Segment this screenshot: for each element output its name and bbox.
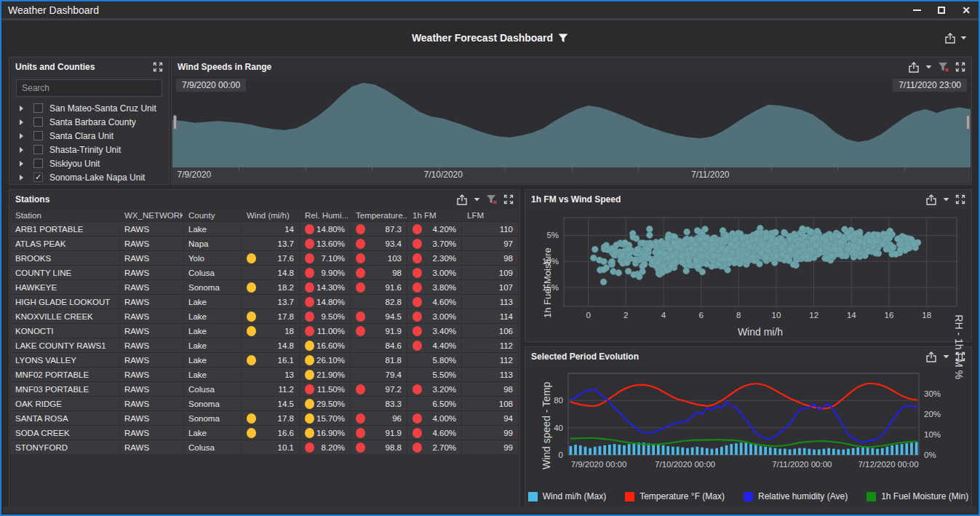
station-row-soda-creek[interactable]: SODA CREEKRAWSLake16.616.90%91.94.60%99 [10,426,519,440]
column-header[interactable]: WX_NETWORK [119,209,183,221]
legend-item[interactable]: 1h Fuel Moisture (Min) [867,491,968,501]
column-header[interactable]: LFM [462,209,519,221]
checkbox-unchecked[interactable] [33,145,43,154]
table-cell: 16.6 [242,426,300,440]
status-dot-yellow [247,311,256,322]
table-cell: 87.3 [351,222,407,236]
tree-expander-icon[interactable] [20,119,27,126]
station-row-atlas-peak[interactable]: ATLAS PEAKRAWSNapa13.713.60%93.43.70%97 [10,237,519,251]
svg-text:10%: 10% [924,430,941,439]
table-cell: 97.2 [351,382,407,396]
station-row-brooks[interactable]: BROOKSRAWSYolo17.67.10%1032.30%98 [10,251,519,266]
column-header[interactable]: 1h FM [407,209,462,221]
clear-filter-icon[interactable] [938,62,949,72]
checkbox-unchecked[interactable] [33,131,43,140]
station-row-arb1-portable[interactable]: ARB1 PORTABLERAWSLake1414.80%87.34.20%11… [10,222,519,237]
station-row-stonyford[interactable]: STONYFORDRAWSColusa10.18.20%98.82.70%99 [10,440,519,455]
table-cell: 81.8 [351,353,407,367]
table-cell: 18 [242,324,300,338]
wind-panel-title: Wind Speeds in Range [178,62,271,72]
station-row-knoxville-creek[interactable]: KNOXVILLE CREEKRAWSLake17.89.50%94.53.00… [10,309,519,324]
search-input[interactable] [16,79,162,97]
tree-item-santa-barbara-county[interactable]: Santa Barbara County [9,115,169,129]
tree-expander-icon[interactable] [20,146,27,154]
legend-swatch [867,492,876,501]
caret-down-icon[interactable] [960,36,967,40]
export-icon[interactable] [456,194,468,205]
checkbox-unchecked[interactable] [33,159,43,168]
column-header[interactable]: Wind (mi/h) [242,209,300,221]
wind-area-chart[interactable]: 7/9/2020 00:00 7/11/2020 23:00 [172,76,971,167]
caret-down-icon[interactable] [943,197,949,202]
checkbox-checked[interactable]: ✓ [33,172,43,182]
caret-down-icon[interactable] [943,354,949,359]
expand-icon[interactable] [955,194,965,205]
clear-filter-icon[interactable] [486,194,498,205]
table-cell: KONOCTI [10,324,119,338]
range-handle-left[interactable] [173,115,177,130]
legend-item[interactable]: Wind mi/h (Max) [528,491,606,501]
column-header[interactable]: Rel. Humi... [300,209,351,221]
checkbox-unchecked[interactable] [33,117,43,127]
column-header[interactable]: Temperature... [351,209,407,221]
table-cell: 98 [462,382,519,396]
caret-down-icon[interactable] [474,197,480,202]
status-dot-red [305,326,314,336]
scatter-plot[interactable]: 1h Fuel Moisture 0246810121416185%10%15%… [526,209,971,341]
tree-expander-icon[interactable] [20,174,27,181]
station-row-county-line[interactable]: COUNTY LINERAWSColusa14.89.90%983.00%109 [10,266,519,280]
range-end-label: 7/11/2020 23:00 [893,79,967,92]
export-icon[interactable] [908,62,920,73]
scatter-panel-header: 1h FM vs Wind Speed [525,190,971,209]
station-row-konocti[interactable]: KONOCTIRAWSLake1811.00%91.93.40%106 [10,324,519,338]
station-row-lyons-valley[interactable]: LYONS VALLEYRAWSLake16.126.10%81.85.80%1… [10,353,519,368]
table-cell: 9.50% [300,309,351,323]
tree-item-san-mateo-santa-cruz-unit[interactable]: San Mateo-Santa Cruz Unit [9,101,169,115]
table-cell: 13.60% [300,237,351,250]
minimize-button[interactable] [904,1,929,18]
expand-icon[interactable] [153,62,163,72]
expand-icon[interactable] [503,194,514,205]
checkbox-unchecked[interactable] [33,103,43,113]
legend-item[interactable]: Relative humidity (Ave) [744,491,848,501]
legend-item[interactable]: Temperature °F (Max) [625,491,725,501]
station-row-santa-rosa[interactable]: SANTA ROSARAWSSonoma17.815.70%964.00%94 [10,411,519,426]
table-cell: 4.00% [407,411,462,425]
cell-value: 4.40% [422,341,456,350]
tree-item-santa-clara-unit[interactable]: Santa Clara Unit [9,129,169,143]
station-row-high-glade-lookout[interactable]: HIGH GLADE LOOKOUTRAWSLake13.714.80%82.8… [10,295,519,309]
cell-value: 8.20% [314,443,345,452]
station-row-oak-ridge[interactable]: OAK RIDGERAWSSonoma14.529.50%83.36.50%10… [10,397,519,411]
horizontal-scrollbar[interactable] [3,507,977,513]
range-handle-right[interactable] [966,115,970,130]
caret-down-icon[interactable] [925,65,932,69]
close-button[interactable]: ✕ [954,1,979,18]
expand-icon[interactable] [955,62,965,72]
station-row-mnf02-portable[interactable]: MNF02 PORTABLERAWSLake1321.90%79.45.50%1… [10,368,519,382]
tree-expander-icon[interactable] [20,160,27,167]
maximize-button[interactable] [929,1,954,18]
cell-value: 15.70% [314,414,345,423]
x-axis-date-label: 7/11/2020 [691,170,730,180]
table-cell: 5.50% [407,368,462,381]
table-cell: 3.00% [407,309,462,323]
table-cell: RAWS [119,338,183,352]
table-cell: 4.20% [407,222,462,236]
tree-item-sonoma-lake-napa-unit[interactable]: ✓Sonoma-Lake Napa Unit [9,170,169,184]
column-header[interactable]: County [183,209,242,221]
tree-item-siskiyou-unit[interactable]: Siskiyou Unit [9,156,169,170]
scatter-panel: 1h FM vs Wind Speed 1h Fuel Moisture 024… [525,189,972,342]
tree-expander-icon[interactable] [20,105,27,112]
tree-expander-icon[interactable] [20,132,27,140]
station-row-lake-county-raws1[interactable]: LAKE COUNTY RAWS1RAWSLake14.816.60%84.64… [10,338,519,353]
evolution-chart[interactable]: Wind speed - Temp RH - 1h FM % 040800%10… [526,366,971,509]
station-row-hawkeye[interactable]: HAWKEYERAWSSonoma18.214.30%91.63.80%107 [10,280,519,295]
export-icon[interactable] [925,352,937,362]
column-header[interactable]: Station [10,209,119,221]
filter-icon[interactable] [558,33,568,43]
export-icon[interactable] [944,33,956,44]
export-icon[interactable] [925,194,937,205]
station-row-mnf03-portable[interactable]: MNF03 PORTABLERAWSColusa11.211.50%97.23.… [10,382,519,397]
tree-item-shasta-trinity-unit[interactable]: Shasta-Trinity Unit [9,143,169,156]
cell-value: 94.5 [365,312,402,321]
